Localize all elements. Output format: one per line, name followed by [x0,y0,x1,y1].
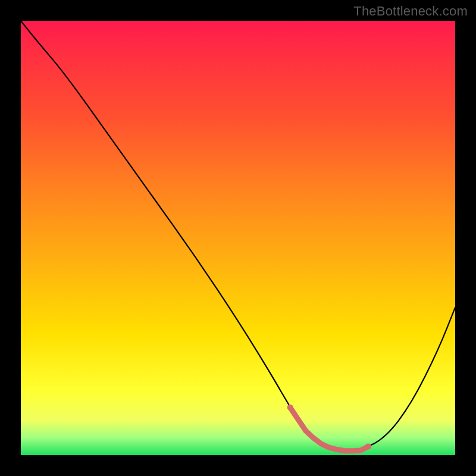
bottleneck-curve [21,21,455,455]
watermark-text: TheBottleneck.com [353,4,468,19]
plot-area [21,21,455,455]
chart-frame: TheBottleneck.com [0,0,476,476]
svg-point-1 [365,443,371,449]
svg-point-0 [287,405,293,411]
